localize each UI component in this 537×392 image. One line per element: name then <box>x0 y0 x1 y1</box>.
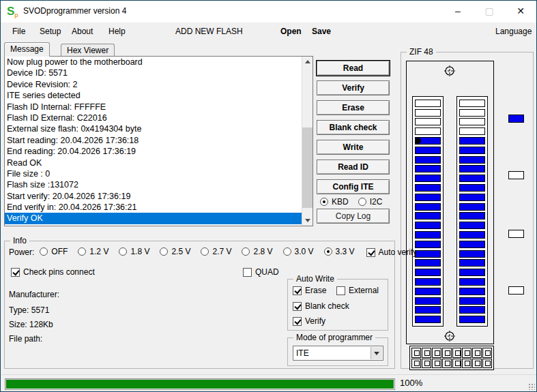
log-line[interactable]: Flash ID Internal: FFFFFE <box>5 102 313 112</box>
copy-log-button[interactable]: Copy Log <box>317 209 390 224</box>
power-1.8v-radio[interactable]: 1.8 V <box>119 247 149 256</box>
checkbox-icon <box>293 302 302 311</box>
connector-pin <box>452 359 462 369</box>
menu-help[interactable]: Help <box>108 27 126 36</box>
radio-icon <box>40 247 48 256</box>
log-line[interactable]: File size : 0 <box>5 168 313 179</box>
checkbox-icon <box>366 248 375 257</box>
zif-pin-slot <box>415 316 441 323</box>
log-line[interactable]: External size flash: 0x4194304 byte <box>5 123 313 134</box>
power-2.7v-radio[interactable]: 2.7 V <box>201 247 231 256</box>
radio-label: 3.3 V <box>336 247 355 256</box>
message-log[interactable]: Now plug power to the motherboardDevice … <box>4 56 313 226</box>
type-field: Type: 5571 <box>9 305 49 315</box>
checkbox-label: Blank check <box>305 301 349 311</box>
log-line[interactable]: Read OK <box>5 157 313 168</box>
tab-message[interactable]: Message <box>4 42 50 57</box>
auto-write-erase-checkbox[interactable]: Erase <box>293 286 326 295</box>
log-line[interactable]: End reading: 20.04.2026 17:36:19 <box>5 146 313 157</box>
menu-language[interactable]: Language <box>495 27 532 36</box>
zif-pin-slot <box>459 278 485 286</box>
connector-pin <box>442 359 452 369</box>
auto-verify-checkbox[interactable]: Auto verify <box>366 247 418 257</box>
read-button[interactable]: Read <box>317 61 390 76</box>
power-1.2v-radio[interactable]: 1.2 V <box>78 247 108 256</box>
auto-write-external-checkbox[interactable]: External <box>336 286 379 295</box>
chevron-down-icon[interactable] <box>371 347 382 359</box>
radio-icon <box>119 247 127 256</box>
auto-write-verify-checkbox[interactable]: Verify <box>293 316 325 326</box>
log-line[interactable]: Device ID: 5571 <box>5 67 313 78</box>
log-line[interactable]: ITE series detected <box>5 90 313 101</box>
radio-label: I2C <box>370 197 383 207</box>
menu-setup[interactable]: Setup <box>40 27 61 36</box>
log-line[interactable]: Start reading: 20.04.2026 17:36:18 <box>5 135 313 146</box>
erase-button[interactable]: Erase <box>317 100 390 115</box>
interface-radio-group: KBDI2C <box>320 197 388 207</box>
connector-pin <box>422 359 431 369</box>
verify-button[interactable]: Verify <box>317 80 390 95</box>
zif-pin-slot <box>459 297 485 305</box>
zif-pin-slot <box>459 175 485 182</box>
zif-pin-slot <box>415 222 441 229</box>
scrollbar-thumb[interactable] <box>302 127 313 208</box>
menu-file[interactable]: File <box>12 27 25 36</box>
maximize-button[interactable]: ▢ <box>474 1 505 22</box>
blank-check-button[interactable]: Blank check <box>317 120 390 135</box>
minimize-button[interactable]: – <box>442 1 474 22</box>
log-line[interactable]: Flash size :131072 <box>5 179 313 190</box>
pin-state-indicator <box>508 115 524 123</box>
zif-pin-slot <box>459 259 485 267</box>
resize-grip-icon[interactable] <box>528 383 535 390</box>
zif-pin-slot <box>415 156 441 164</box>
programmer-connector <box>409 346 494 370</box>
checkbox-label: Erase <box>305 286 326 295</box>
read-id-button[interactable]: Read ID <box>317 160 390 175</box>
menu-about[interactable]: About <box>72 27 93 36</box>
pin-state-indicator <box>508 230 524 238</box>
log-line[interactable]: End verify in: 20.04.2026 17:36:21 <box>5 202 313 213</box>
connector-pin <box>472 359 482 369</box>
i2c-radio[interactable]: I2C <box>358 197 383 207</box>
power-label: Power: <box>9 247 34 257</box>
connector-pin <box>472 348 482 358</box>
auto-write-blank-check-checkbox[interactable]: Blank check <box>293 301 349 311</box>
connector-pin <box>462 348 471 358</box>
menu-add-new-flash[interactable]: ADD NEW FLASH <box>175 27 243 36</box>
write-button[interactable]: Write <box>317 140 390 155</box>
power-2.5v-radio[interactable]: 2.5 V <box>160 247 190 256</box>
quad-checkbox[interactable]: QUAD <box>243 267 279 277</box>
zif-pin-slot <box>459 231 485 239</box>
check-pins-connect-checkbox[interactable]: Check pins connect <box>11 267 95 277</box>
log-line[interactable]: Start verify: 20.04.2026 17:36:19 <box>5 191 313 202</box>
manufacturer-field: Manufacturer: <box>9 290 59 299</box>
kbd-radio[interactable]: KBD <box>320 197 349 207</box>
scroll-down-icon[interactable] <box>302 215 313 226</box>
mode-title: Mode of programmer <box>293 333 375 342</box>
radio-icon <box>78 247 86 256</box>
menu-open[interactable]: Open <box>280 27 302 36</box>
power-2.8v-radio[interactable]: 2.8 V <box>242 247 272 256</box>
zif-pin-slot <box>459 250 485 258</box>
power-3.3v-radio[interactable]: 3.3 V <box>324 247 355 256</box>
log-line[interactable]: Verify OK <box>5 213 302 224</box>
power-off-radio[interactable]: OFF <box>40 247 68 256</box>
connector-pin <box>422 348 431 358</box>
tab-hex-viewer[interactable]: Hex Viewer <box>61 44 115 57</box>
connector-pin <box>452 348 462 358</box>
mode-combobox[interactable]: ITE <box>293 346 383 361</box>
log-line[interactable]: Device Revision: 2 <box>5 79 313 90</box>
menu-save[interactable]: Save <box>312 27 331 36</box>
info-title: Info <box>10 236 29 245</box>
log-line[interactable]: Now plug power to the motherboard <box>5 57 313 67</box>
checkbox-icon <box>293 317 302 326</box>
close-button[interactable]: ✕ <box>505 1 536 22</box>
power-3.0v-radio[interactable]: 3.0 V <box>283 247 314 256</box>
config-ite-button[interactable]: Config ITE <box>317 179 390 194</box>
scroll-up-icon[interactable] <box>302 57 313 67</box>
radio-label: KBD <box>332 197 349 207</box>
log-scrollbar[interactable] <box>302 57 313 226</box>
zif-pin-slot <box>415 278 441 286</box>
log-line[interactable]: Flash ID External: C22016 <box>5 112 313 123</box>
checkbox-icon <box>243 268 252 277</box>
